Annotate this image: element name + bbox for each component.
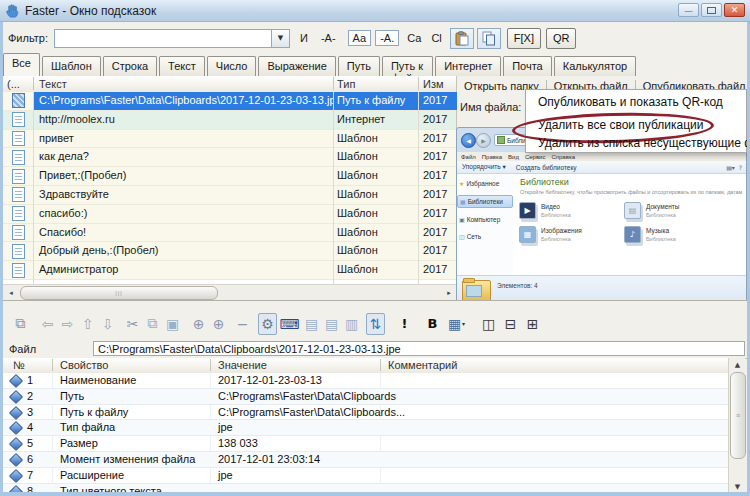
property-row[interactable]: 7Расширениеjpe bbox=[3, 468, 728, 484]
table-row[interactable]: Спасибо!Шаблон2017 bbox=[3, 224, 456, 243]
table-row[interactable]: http://moolex.ruИнтернет2017 bbox=[3, 111, 456, 130]
library-item-Музыка[interactable]: ♪МузыкаБиблиотека bbox=[622, 224, 727, 247]
property-row[interactable]: 1Наименование2017-12-01-23-03-13 bbox=[3, 373, 728, 389]
dropdown-arrow-icon[interactable]: ▾ bbox=[462, 320, 465, 327]
text-color-button[interactable]: ▦▾ bbox=[447, 313, 466, 335]
move-up-button[interactable]: ⇧ bbox=[78, 313, 97, 335]
filter-op-6[interactable]: Сl bbox=[431, 32, 441, 44]
explorer-menu-Правка[interactable]: Правка bbox=[482, 154, 502, 160]
filter-op-3[interactable]: Аа bbox=[348, 30, 372, 46]
move-right-button[interactable]: ⇨ bbox=[58, 313, 77, 335]
copy-to-clipboard-button[interactable] bbox=[477, 28, 501, 49]
close-button[interactable]: ✕ bbox=[724, 3, 745, 17]
vertical-scrollbar[interactable]: ▲ ≡ ▼ bbox=[728, 358, 745, 493]
forward-button[interactable]: ▶ bbox=[476, 133, 491, 148]
table-row[interactable]: приветШаблон2017 bbox=[3, 130, 456, 149]
property-row[interactable]: 4Тип файлаjpe bbox=[3, 420, 728, 436]
keyboard-button[interactable]: ⌨ bbox=[280, 313, 299, 335]
filter-dropdown-arrow-icon[interactable]: ▼ bbox=[271, 30, 289, 47]
add-child-button[interactable]: ⊕ bbox=[209, 313, 228, 335]
menu-item[interactable]: Опубликовать и показать QR-код bbox=[526, 93, 746, 111]
library-item-Документы[interactable]: ▤ДокументыБиблиотека bbox=[622, 200, 727, 223]
filter-op-1[interactable]: И bbox=[300, 32, 308, 44]
horizontal-scrollbar-thumb[interactable]: ||| bbox=[20, 286, 218, 300]
file-path-field[interactable]: C:\Programs\Faster\Data\Clipboards\2017-… bbox=[93, 341, 745, 356]
document-save-button[interactable]: ▥ bbox=[342, 313, 361, 335]
tab-Текст[interactable]: Текст bbox=[159, 56, 205, 76]
explorer-menu-Файл[interactable]: Файл bbox=[461, 154, 476, 160]
scroll-up-arrow-icon[interactable]: ▲ bbox=[730, 358, 745, 371]
sidebar-item-Компьютер[interactable]: ▣Компьютер bbox=[459, 214, 513, 225]
back-button[interactable]: ◀ bbox=[461, 133, 476, 148]
tab-Строка[interactable]: Строка bbox=[103, 56, 157, 76]
tab-Почта[interactable]: Почта bbox=[503, 56, 552, 76]
table-row[interactable]: Добрый день,:(Пробел)Шаблон2017 bbox=[3, 242, 456, 261]
paste-button[interactable]: ▣ bbox=[163, 313, 182, 335]
table-row[interactable]: как дела?Шаблон2017 bbox=[3, 148, 456, 167]
filter-input[interactable]: ▼ bbox=[54, 29, 290, 48]
copy-button[interactable]: ⧉ bbox=[143, 313, 162, 335]
table-row[interactable]: АдминистраторШаблон2017 bbox=[3, 261, 456, 280]
add-button[interactable]: ⊕ bbox=[189, 313, 208, 335]
explorer-menu-Вид[interactable]: Вид bbox=[508, 154, 519, 160]
property-row[interactable]: 6Момент изменения файла2017-12-01 23:03:… bbox=[3, 452, 728, 468]
sidebar-item-Сеть[interactable]: ◫Сеть bbox=[459, 231, 513, 242]
tab-Выражение[interactable]: Выражение bbox=[258, 56, 335, 76]
tab-Интернет[interactable]: Интернет bbox=[435, 56, 501, 76]
maximize-button[interactable] bbox=[701, 3, 722, 17]
split-horizontal-button[interactable]: ⊟ bbox=[501, 313, 520, 335]
col-header-expand[interactable]: (... bbox=[7, 78, 20, 90]
document-1-button[interactable]: ▤ bbox=[302, 313, 321, 335]
explorer-menu-Справка[interactable]: Справка bbox=[551, 154, 575, 160]
sidebar-item-Библиотеки[interactable]: ▦Библиотеки bbox=[457, 195, 513, 208]
col-header-modified[interactable]: Изм bbox=[423, 78, 444, 90]
menu-item[interactable]: Удалить из списка несуществующие файлы bbox=[526, 134, 746, 152]
horizontal-scrollbar[interactable]: ◂ ||| ▸ bbox=[3, 284, 457, 300]
tab-Число[interactable]: Число bbox=[207, 56, 257, 76]
explorer-menu-Сервис[interactable]: Сервис bbox=[525, 154, 546, 160]
bold-button[interactable]: B bbox=[423, 313, 442, 335]
create-library-button[interactable]: Создать библиотеку bbox=[516, 164, 577, 171]
table-row[interactable]: ЗдравствуйтеШаблон2017 bbox=[3, 186, 456, 205]
split-vertical-button[interactable]: ◫ bbox=[479, 313, 498, 335]
tab-Калькулятор[interactable]: Калькулятор bbox=[554, 56, 636, 76]
warning-button[interactable]: ! bbox=[395, 313, 414, 335]
table-row[interactable]: Привет,:(Пробел)Шаблон2017 bbox=[3, 167, 456, 186]
tab-Шаблон[interactable]: Шаблон bbox=[42, 56, 101, 76]
move-left-button[interactable]: ⇦ bbox=[38, 313, 57, 335]
minimize-button[interactable]: — bbox=[678, 3, 699, 17]
col-header-property[interactable]: Свойство bbox=[60, 359, 108, 371]
sidebar-item-Избранное[interactable]: ★Избранное bbox=[459, 178, 513, 189]
library-item-Изображения[interactable]: ▦ИзображенияБиблиотека bbox=[517, 224, 622, 247]
table-row[interactable]: C:\Programs\Faster\Data\Clipboards\2017-… bbox=[3, 92, 456, 111]
tab-Путь к файлу[interactable]: Путь к файлу bbox=[382, 56, 433, 76]
grid-view-button[interactable]: ⊞ bbox=[523, 313, 542, 335]
filter-op-5[interactable]: Са bbox=[407, 32, 421, 44]
filter-op-2[interactable]: -А- bbox=[321, 32, 336, 44]
view-toggle-icon[interactable]: ▤▾ bbox=[726, 164, 735, 171]
refresh-button[interactable]: ⇅ bbox=[366, 313, 385, 335]
remove-button[interactable]: − bbox=[233, 313, 252, 335]
vertical-scrollbar-thumb[interactable]: ≡ bbox=[730, 372, 746, 459]
cut-button[interactable]: ✂ bbox=[123, 313, 142, 335]
document-2-button[interactable]: ▤ bbox=[322, 313, 341, 335]
scroll-down-arrow-icon[interactable]: ▼ bbox=[730, 480, 745, 493]
library-item-Видео[interactable]: ▶ВидеоБиблиотека bbox=[517, 200, 622, 223]
scroll-left-arrow-icon[interactable]: ◂ bbox=[4, 286, 18, 299]
col-header-text[interactable]: Текст bbox=[39, 78, 67, 90]
menu-item[interactable]: Удалить все свои публикации bbox=[526, 116, 746, 134]
tab-Все[interactable]: Все bbox=[3, 53, 40, 76]
qr-code-button[interactable]: QR bbox=[546, 28, 577, 49]
col-header-value[interactable]: Значение bbox=[218, 359, 267, 371]
col-header-type[interactable]: Тип bbox=[337, 78, 355, 90]
col-header-num[interactable]: № bbox=[13, 359, 25, 371]
fx-expression-button[interactable]: F[X] bbox=[507, 28, 541, 49]
help-icon[interactable]: ? bbox=[739, 164, 742, 171]
move-down-button[interactable]: ⇩ bbox=[98, 313, 117, 335]
tab-Путь[interactable]: Путь bbox=[338, 56, 380, 76]
paste-from-clipboard-button[interactable] bbox=[450, 28, 474, 49]
property-row[interactable]: 8Тип цветного текста bbox=[3, 484, 728, 496]
scroll-right-arrow-icon[interactable]: ▸ bbox=[442, 286, 456, 299]
property-row[interactable]: 2ПутьC:\Programs\Faster\Data\Clipboards bbox=[3, 389, 728, 405]
filter-op-4[interactable]: -А. bbox=[375, 30, 399, 46]
